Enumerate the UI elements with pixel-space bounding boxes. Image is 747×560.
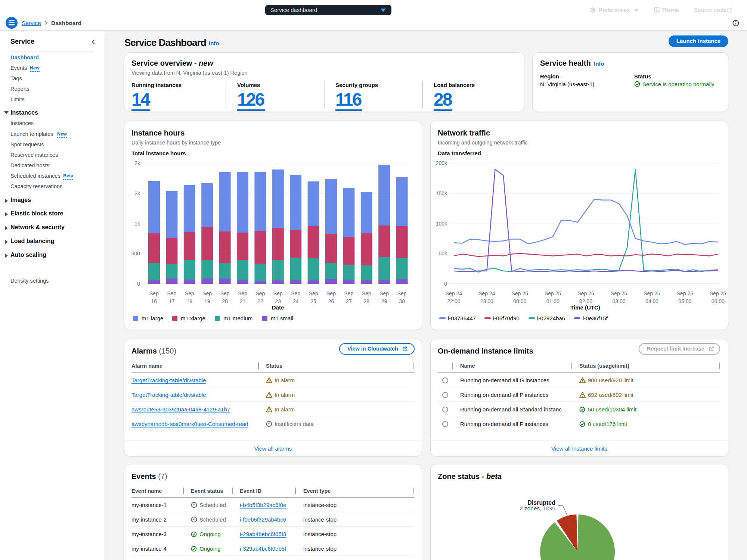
svg-text:m1.xlarge: m1.xlarge [181, 315, 205, 321]
svg-text:22: 22 [257, 298, 263, 304]
svg-text:Sep: Sep [397, 290, 407, 296]
svg-text:Sep: Sep [291, 290, 300, 296]
svg-text:m1.medium: m1.medium [223, 315, 252, 321]
svg-text:25: 25 [310, 298, 316, 304]
svg-text:21: 21 [240, 298, 246, 304]
svg-text:Sep: Sep [255, 290, 265, 296]
svg-text:Sep 25: Sep 25 [677, 290, 694, 296]
svg-text:18: 18 [187, 298, 193, 304]
svg-text:22:00: 22:00 [447, 298, 460, 304]
svg-text:100k: 100k [436, 221, 447, 227]
svg-text:19: 19 [204, 298, 210, 304]
svg-text:1k: 1k [134, 221, 140, 227]
svg-text:05:00: 05:00 [678, 298, 691, 304]
svg-text:200k: 200k [436, 160, 447, 166]
svg-text:00:00: 00:00 [513, 298, 526, 304]
svg-text:27: 27 [346, 298, 352, 304]
svg-text:0: 0 [444, 281, 447, 287]
svg-text:i-02924ba6: i-02924ba6 [537, 315, 565, 321]
svg-text:Time (UTC): Time (UTC) [570, 304, 600, 311]
svg-text:02:00: 02:00 [579, 298, 592, 304]
svg-text:Sep: Sep [149, 290, 159, 296]
svg-text:Sep: Sep [362, 290, 371, 296]
svg-text:m1.small: m1.small [271, 315, 293, 321]
svg-text:Sep 24: Sep 24 [478, 290, 495, 296]
svg-text:03:00: 03:00 [612, 298, 625, 304]
svg-text:24: 24 [293, 298, 299, 304]
svg-text:06:00: 06:00 [712, 298, 725, 304]
svg-text:Sep: Sep [273, 290, 283, 296]
svg-text:04:00: 04:00 [645, 298, 658, 304]
svg-text:26: 26 [328, 298, 334, 304]
svg-text:2k: 2k [134, 190, 140, 196]
svg-text:01:00: 01:00 [546, 298, 560, 304]
svg-text:50k: 50k [438, 251, 447, 256]
svg-text:Date: Date [272, 304, 284, 311]
svg-text:Sep: Sep [185, 290, 194, 296]
svg-text:23: 23 [275, 298, 281, 304]
svg-text:Sep 25: Sep 25 [545, 290, 561, 296]
svg-text:Sep: Sep [238, 290, 247, 296]
svg-text:16: 16 [151, 298, 157, 304]
svg-text:Sep 25: Sep 25 [512, 290, 529, 296]
svg-text:23:00: 23:00 [480, 298, 493, 304]
svg-text:17: 17 [169, 298, 175, 304]
svg-text:Sep 25: Sep 25 [577, 290, 594, 296]
svg-text:150k: 150k [436, 190, 447, 196]
svg-text:0: 0 [137, 281, 140, 287]
svg-text:m1.large: m1.large [142, 315, 163, 321]
svg-text:Sep: Sep [309, 290, 318, 296]
svg-text:Sep 25: Sep 25 [710, 290, 726, 296]
svg-text:2 zones, 10%: 2 zones, 10% [520, 505, 555, 511]
svg-text:2k: 2k [134, 160, 140, 166]
svg-text:Sep: Sep [344, 290, 353, 296]
svg-text:Sep: Sep [379, 290, 389, 296]
svg-text:500: 500 [131, 251, 140, 256]
svg-text:i-0e36f15f: i-0e36f15f [583, 315, 608, 321]
svg-text:29: 29 [381, 298, 387, 304]
svg-text:20: 20 [222, 298, 228, 304]
svg-text:30: 30 [399, 298, 405, 304]
svg-text:Sep: Sep [167, 290, 176, 296]
svg-text:Sep 24: Sep 24 [446, 290, 462, 296]
svg-text:Sep: Sep [202, 290, 212, 296]
svg-text:Sep 25: Sep 25 [644, 290, 660, 296]
svg-text:Sep: Sep [326, 290, 336, 296]
svg-text:Sep 25: Sep 25 [611, 290, 627, 296]
svg-text:i-03736447: i-03736447 [448, 315, 476, 321]
svg-text:Sep: Sep [220, 290, 230, 296]
svg-text:28: 28 [364, 298, 370, 304]
svg-text:i-06f70d90: i-06f70d90 [493, 315, 520, 321]
